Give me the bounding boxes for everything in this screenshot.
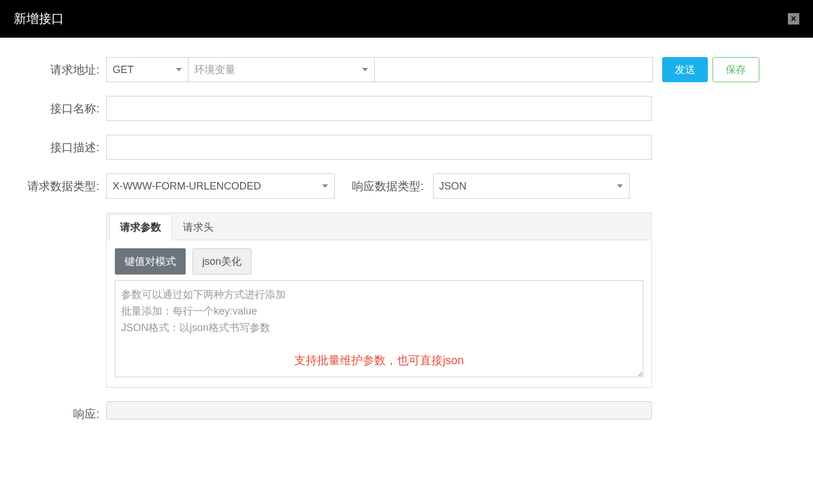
reqtype-select[interactable]: X-WWW-FORM-URLENCODED (106, 174, 335, 199)
form-body: 请求地址: GET 环境变量 发送 保存 接口名称: 接口描述: (0, 38, 813, 457)
label-reqtype: 请求数据类型: (8, 174, 106, 199)
tab-params[interactable]: 请求参数 (109, 214, 172, 240)
row-response: 响应: (8, 401, 796, 426)
restype-select-wrap: JSON (433, 174, 630, 199)
row-tabs: 请求参数 请求头 键值对模式 json美化 (8, 212, 796, 388)
name-controls (106, 96, 796, 121)
types-controls: X-WWW-FORM-URLENCODED 响应数据类型: JSON (106, 174, 796, 199)
method-select-wrap: GET (106, 57, 189, 82)
tab-body-params: 键值对模式 json美化 (107, 240, 651, 387)
reqtype-select-wrap: X-WWW-FORM-URLENCODED (106, 174, 335, 199)
method-select[interactable]: GET (106, 57, 189, 82)
row-desc: 接口描述: (8, 135, 796, 160)
url-input[interactable] (375, 57, 653, 82)
mode-buttons: 键值对模式 json美化 (115, 248, 643, 275)
row-types: 请求数据类型: X-WWW-FORM-URLENCODED 响应数据类型: JS… (8, 174, 796, 199)
tabs-header: 请求参数 请求头 (107, 213, 651, 240)
label-desc: 接口描述: (8, 135, 106, 160)
restype-select[interactable]: JSON (433, 174, 630, 199)
tabs-container: 请求参数 请求头 键值对模式 json美化 (106, 212, 652, 388)
desc-input[interactable] (106, 135, 652, 160)
env-select-wrap: 环境变量 (189, 57, 375, 82)
modal-header: 新增接口 × (0, 0, 813, 38)
kv-mode-button[interactable]: 键值对模式 (115, 248, 186, 275)
url-controls: GET 环境变量 发送 保存 (106, 57, 796, 82)
row-url: 请求地址: GET 环境变量 发送 保存 (8, 57, 796, 82)
label-name: 接口名称: (8, 96, 106, 121)
response-output (106, 401, 652, 420)
json-beautify-button[interactable]: json美化 (193, 248, 251, 275)
env-select[interactable]: 环境变量 (189, 57, 375, 82)
label-restype: 响应数据类型: (352, 179, 424, 194)
params-textarea[interactable] (115, 280, 643, 377)
label-response: 响应: (8, 401, 106, 426)
modal-title: 新增接口 (14, 10, 64, 27)
send-button[interactable]: 发送 (662, 57, 708, 82)
name-input[interactable] (106, 96, 652, 121)
close-button[interactable]: × (788, 13, 799, 25)
tab-headers[interactable]: 请求头 (172, 214, 225, 240)
response-controls (106, 401, 796, 420)
label-url: 请求地址: (8, 57, 106, 82)
row-name: 接口名称: (8, 96, 796, 121)
desc-controls (106, 135, 796, 160)
save-button[interactable]: 保存 (712, 57, 759, 82)
tabs-wrapper: 请求参数 请求头 键值对模式 json美化 (106, 212, 796, 388)
